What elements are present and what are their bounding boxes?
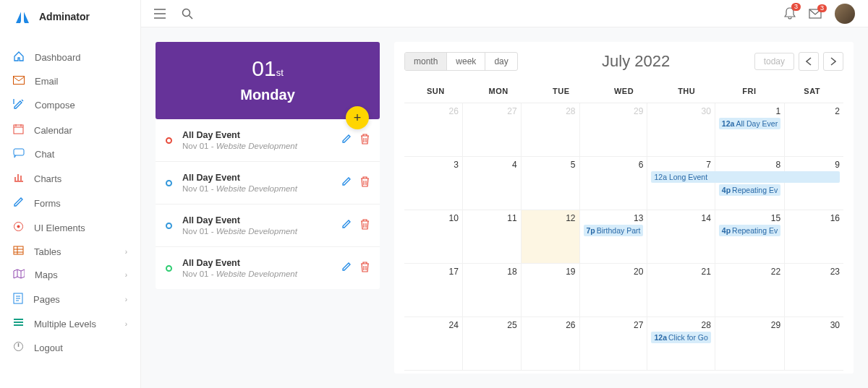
mail-icon[interactable]: 3 — [809, 9, 822, 19]
calendar-cell[interactable]: 137pBirthday Part — [580, 210, 648, 264]
sidebar-item-email[interactable]: Email — [0, 70, 140, 92]
sidebar-item-label: Calendar — [34, 125, 127, 136]
calendar-event[interactable]: 12aAll Day Ever — [719, 118, 780, 129]
calendar-cell[interactable]: 10 — [404, 210, 463, 264]
edit-icon[interactable] — [341, 262, 352, 275]
calendar-cell[interactable]: 154pRepeating Ev — [715, 210, 785, 264]
avatar[interactable] — [835, 4, 855, 24]
chat-icon — [13, 148, 25, 160]
calendar-event[interactable] — [784, 171, 840, 183]
event-title: All Day Event — [182, 130, 341, 140]
calendar-cell[interactable]: 27 — [580, 317, 648, 371]
calendar-cell[interactable]: 18 — [463, 264, 522, 317]
edit-icon[interactable] — [341, 176, 352, 190]
calendar-cell[interactable]: 27 — [463, 103, 522, 157]
calendar-cell[interactable]: 26 — [404, 103, 463, 157]
day-number: 27 — [467, 106, 517, 116]
sidebar-item-dashboard[interactable]: Dashboard — [0, 45, 140, 70]
calendar-cell[interactable]: 16 — [785, 210, 843, 264]
calendar-cell[interactable]: 29 — [580, 103, 648, 157]
calendar-cell[interactable]: 6 — [580, 157, 648, 210]
delete-icon[interactable] — [360, 176, 370, 190]
calendar-cell[interactable]: 4 — [463, 157, 522, 210]
sidebar-item-charts[interactable]: Charts — [0, 166, 140, 191]
calendar-panel: monthweekday July 2022 today SUNMONTUEWE… — [394, 42, 854, 374]
calendar-event[interactable]: 12a Long Event — [651, 171, 715, 183]
calendar-cell[interactable]: 12 — [522, 210, 580, 264]
add-event-button[interactable]: + — [346, 106, 369, 129]
day-number: 29 — [719, 320, 780, 330]
day-number: 12 — [525, 213, 576, 223]
sidebar-item-ui-elements[interactable]: UI Elements — [0, 215, 140, 240]
day-number: 15 — [719, 213, 780, 223]
view-month-button[interactable]: month — [405, 53, 447, 70]
calendar-cell[interactable]: 14 — [647, 210, 715, 264]
day-number: 4 — [467, 160, 517, 170]
delete-icon[interactable] — [360, 134, 370, 147]
calendar-cell[interactable]: 2812aClick for Go — [647, 317, 715, 371]
next-button[interactable] — [823, 52, 843, 71]
calendar-cell[interactable]: 112aAll Day Ever — [715, 103, 785, 157]
calendar-cell[interactable]: 11 — [463, 210, 522, 264]
sidebar-item-forms[interactable]: Forms — [0, 191, 140, 215]
dow-label: TUE — [529, 79, 592, 103]
calendar-cell[interactable]: 2 — [785, 103, 843, 157]
status-dot — [166, 223, 172, 229]
sidebar-item-tables[interactable]: Tables› — [0, 240, 140, 263]
calendar-cell[interactable]: 23 — [785, 264, 843, 317]
day-number: 16 — [788, 213, 840, 223]
calendar-cell[interactable]: 30 — [647, 103, 715, 157]
edit-icon[interactable] — [341, 219, 352, 233]
calendar-cell[interactable]: 9 — [785, 157, 843, 210]
sidebar-item-label: Charts — [34, 173, 127, 184]
svg-point-8 — [183, 9, 190, 16]
menu-toggle-icon[interactable] — [154, 9, 166, 19]
calendar-cell[interactable]: 28 — [522, 103, 580, 157]
delete-icon[interactable] — [360, 262, 370, 275]
calendar-cell[interactable]: 30 — [785, 317, 843, 371]
calendar-cell[interactable]: 25 — [463, 317, 522, 371]
dow-label: MON — [467, 79, 530, 103]
sidebar-item-maps[interactable]: Maps› — [0, 263, 140, 287]
sidebar-item-label: Multiple Levels — [34, 319, 115, 329]
view-week-button[interactable]: week — [447, 53, 485, 70]
calendar-cell[interactable]: 20 — [580, 264, 648, 317]
view-day-button[interactable]: day — [485, 53, 516, 70]
sidebar-item-label: Tables — [34, 246, 115, 257]
logo[interactable]: Adminator — [0, 0, 140, 35]
calendar-cell[interactable]: 22 — [715, 264, 785, 317]
calendar-cell[interactable]: 5 — [522, 157, 580, 210]
calendar-cell[interactable]: 17 — [404, 264, 463, 317]
calendar-event[interactable]: 4pRepeating Ev — [719, 225, 780, 236]
prev-button[interactable] — [799, 52, 819, 71]
sidebar-item-pages[interactable]: Pages› — [0, 287, 140, 312]
calendar-cell[interactable]: 21 — [647, 264, 715, 317]
sidebar-item-calendar[interactable]: Calendar — [0, 118, 140, 142]
event-title: All Day Event — [182, 215, 341, 225]
sidebar-item-logout[interactable]: Logout — [0, 335, 140, 360]
sidebar-item-compose[interactable]: Compose — [0, 92, 140, 118]
calendar-event[interactable]: 4pRepeating Ev — [719, 184, 780, 196]
calendar-cell[interactable]: 712a Long Event — [647, 157, 715, 210]
day-number: 3 — [408, 160, 459, 170]
today-button[interactable]: today — [754, 53, 794, 70]
bell-badge: 3 — [791, 3, 801, 11]
calendar-cell[interactable]: 19 — [522, 264, 580, 317]
calendar-cell[interactable]: 29 — [715, 317, 785, 371]
search-icon[interactable] — [182, 8, 193, 20]
calendar-cell[interactable]: 8 4pRepeating Ev — [715, 157, 785, 210]
calendar-event[interactable]: 7pBirthday Part — [584, 225, 644, 236]
calendar-cell[interactable]: 26 — [522, 317, 580, 371]
calendar-cell[interactable]: 24 — [404, 317, 463, 371]
pencil-icon — [13, 197, 24, 210]
delete-icon[interactable] — [360, 219, 370, 233]
day-number: 26 — [408, 106, 459, 116]
calendar-cell[interactable]: 3 — [404, 157, 463, 210]
bell-icon[interactable]: 3 — [784, 7, 796, 20]
table-icon — [13, 246, 24, 257]
calendar-event[interactable]: 12aClick for Go — [651, 332, 710, 343]
edit-icon[interactable] — [341, 134, 352, 147]
calendar-event[interactable] — [715, 171, 785, 183]
sidebar-item-multiple-levels[interactable]: Multiple Levels› — [0, 312, 140, 335]
sidebar-item-chat[interactable]: Chat — [0, 142, 140, 166]
